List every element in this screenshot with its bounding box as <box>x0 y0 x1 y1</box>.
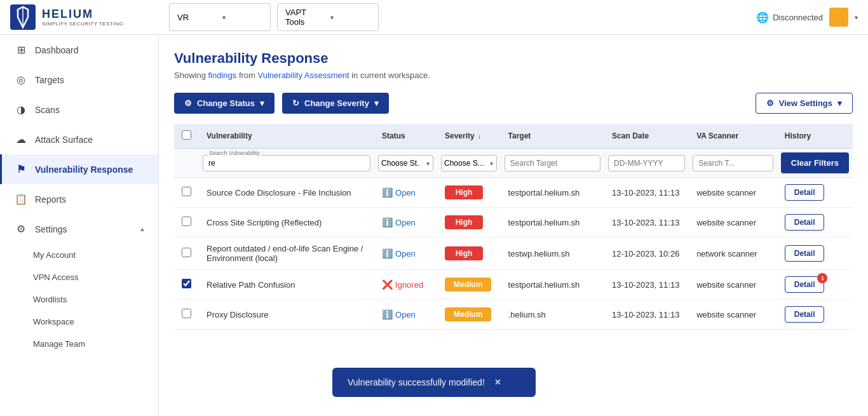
row-checkbox-col <box>174 270 199 300</box>
submenu-wordlists[interactable]: Wordlists <box>33 288 158 311</box>
detail-button[interactable]: Detail 1 <box>785 276 825 293</box>
subtitle-link-va[interactable]: Vulnerability Assessment <box>258 70 349 80</box>
user-dropdown-arrow[interactable]: ▾ <box>855 14 858 21</box>
row-checkbox[interactable] <box>182 187 191 196</box>
row-history: Detail <box>777 178 853 208</box>
submenu-workspace[interactable]: Workspace <box>33 311 158 333</box>
sidebar: ⊞ Dashboard ◎ Targets ◑ Scans ☁ Attack S… <box>0 35 159 416</box>
row-checkbox-col <box>174 300 199 330</box>
severity-sort-icon: ↓ <box>478 133 481 140</box>
col-header-scan-date: Scan Date <box>604 124 689 149</box>
row-va-scanner: website scanner <box>689 270 777 300</box>
status-open: ℹ️Open <box>382 248 430 258</box>
sidebar-item-settings[interactable]: ⚙ Settings ▲ <box>0 214 158 244</box>
row-scan-date: 13-10-2023, 11:13 <box>604 208 689 238</box>
severity-badge: High <box>445 185 483 199</box>
row-target: .helium.sh <box>501 300 605 330</box>
user-menu-button[interactable] <box>829 8 848 27</box>
sidebar-label-attack-surface: Attack Surface <box>35 135 93 145</box>
filter-vulnerability-col: Search Vulnerability <box>199 149 374 178</box>
submenu-vpn-access[interactable]: VPN Access <box>33 266 158 288</box>
row-severity: High <box>437 238 501 270</box>
logo-area: HELIUM SIMPLIFY SECURITY TESTING <box>10 4 156 30</box>
table-row: Report outdated / end-of-life Scan Engin… <box>174 238 853 270</box>
row-vulnerability: Source Code Disclosure - File Inclusion <box>199 178 374 208</box>
row-checkbox[interactable] <box>182 248 191 257</box>
scanner-search-input[interactable] <box>693 155 773 171</box>
row-scan-date: 13-10-2023, 11:13 <box>604 300 689 330</box>
change-severity-chevron: ▾ <box>374 98 379 108</box>
status-open-icon: ℹ️ <box>382 187 393 198</box>
row-checkbox[interactable] <box>182 279 191 288</box>
status-filter-wrap: Choose St... <box>378 155 433 171</box>
vulnerability-filter-wrap: Search Vulnerability <box>203 155 370 171</box>
detail-button[interactable]: Detail <box>785 245 825 262</box>
workspace-dropdown[interactable]: VR ▾ <box>169 3 271 31</box>
row-status: ℹ️Open <box>374 238 437 270</box>
status-ignored: ❌Ignored <box>382 279 430 290</box>
table-header-row: Vulnerability Status Severity ↓ Target <box>174 124 853 149</box>
col-header-target: Target <box>501 124 605 149</box>
tools-dropdown[interactable]: VAPT Tools ▾ <box>277 3 379 31</box>
sidebar-item-scans[interactable]: ◑ Scans <box>0 95 158 124</box>
row-checkbox[interactable] <box>182 309 191 318</box>
status-filter-select[interactable]: Choose St... <box>378 155 433 171</box>
subtitle-pre: Showing <box>174 70 208 80</box>
filter-severity-col: Choose S... <box>437 149 501 178</box>
col-header-va-scanner: VA Scanner <box>689 124 777 149</box>
detail-button[interactable]: Detail <box>785 214 825 231</box>
view-settings-button[interactable]: ⚙ View Settings ▾ <box>756 93 853 114</box>
vulnerability-filter-label: Search Vulnerability <box>208 150 261 156</box>
status-open: ℹ️Open <box>382 187 430 198</box>
sidebar-item-attack-surface[interactable]: ☁ Attack Surface <box>0 124 158 154</box>
vulnerability-search-input[interactable] <box>203 155 370 171</box>
workspace-label: VR <box>177 13 217 22</box>
clear-filters-button[interactable]: Clear Filters <box>781 152 849 173</box>
severity-filter-select[interactable]: Choose S... <box>441 155 497 171</box>
table-row: Relative Path Confusion ❌Ignored Medium … <box>174 270 853 300</box>
sidebar-label-targets: Targets <box>35 75 64 85</box>
subtitle-link-findings[interactable]: findings <box>208 70 236 80</box>
row-vulnerability: Proxy Disclosure <box>199 300 374 330</box>
page-subtitle: Showing findings from Vulnerability Asse… <box>174 70 853 80</box>
change-severity-button[interactable]: ↻ Change Severity ▾ <box>282 93 389 114</box>
sidebar-item-targets[interactable]: ◎ Targets <box>0 65 158 95</box>
submenu-manage-team[interactable]: Manage Team <box>33 333 158 355</box>
view-settings-icon: ⚙ <box>766 98 774 108</box>
detail-button[interactable]: Detail <box>785 306 825 323</box>
top-navbar: HELIUM SIMPLIFY SECURITY TESTING VR ▾ VA… <box>0 0 868 35</box>
row-vulnerability: Cross Site Scripting (Reflected) <box>199 208 374 238</box>
change-severity-label: Change Severity <box>304 98 369 108</box>
col-header-severity[interactable]: Severity ↓ <box>437 124 501 149</box>
detail-button[interactable]: Detail <box>785 184 825 201</box>
row-checkbox[interactable] <box>182 217 191 226</box>
page-title: Vulnerability Response <box>174 50 853 67</box>
sidebar-label-scans: Scans <box>35 105 60 115</box>
severity-badge: Medium <box>445 278 491 292</box>
submenu-my-account[interactable]: My Account <box>33 244 158 266</box>
row-target: testportal.helium.sh <box>501 208 605 238</box>
select-all-checkbox[interactable] <box>182 130 191 140</box>
table-row: Proxy Disclosure ℹ️Open Medium .helium.s… <box>174 300 853 330</box>
sidebar-item-reports[interactable]: 📋 Reports <box>0 184 158 214</box>
sidebar-item-vulnerability-response[interactable]: ⚑ Vulnerability Response <box>0 154 158 184</box>
sidebar-item-dashboard[interactable]: ⊞ Dashboard <box>0 35 158 65</box>
attack-surface-icon: ☁ <box>15 133 27 145</box>
change-status-button[interactable]: ⚙ Change Status ▾ <box>174 93 275 114</box>
nav-right: 🌐 Disconnected ▾ <box>756 8 858 27</box>
view-settings-label: View Settings <box>779 98 832 108</box>
target-search-input[interactable] <box>505 155 601 171</box>
workspace-chevron: ▾ <box>222 14 262 21</box>
subtitle-post: in current workspace. <box>351 70 430 80</box>
row-target: testportal.helium.sh <box>501 270 605 300</box>
row-severity: Medium <box>437 270 501 300</box>
table-body: Source Code Disclosure - File Inclusion … <box>174 178 853 330</box>
date-filter-input[interactable] <box>608 155 685 171</box>
nav-dropdowns: VR ▾ VAPT Tools ▾ <box>169 3 756 31</box>
row-va-scanner: website scanner <box>689 208 777 238</box>
view-settings-chevron: ▾ <box>837 98 842 108</box>
row-scan-date: 12-10-2023, 10:26 <box>604 238 689 270</box>
main-content: Vulnerability Response Showing findings … <box>159 35 868 416</box>
toast-close-button[interactable]: × <box>495 377 501 388</box>
logo-text: HELIUM SIMPLIFY SECURITY TESTING <box>42 8 123 27</box>
